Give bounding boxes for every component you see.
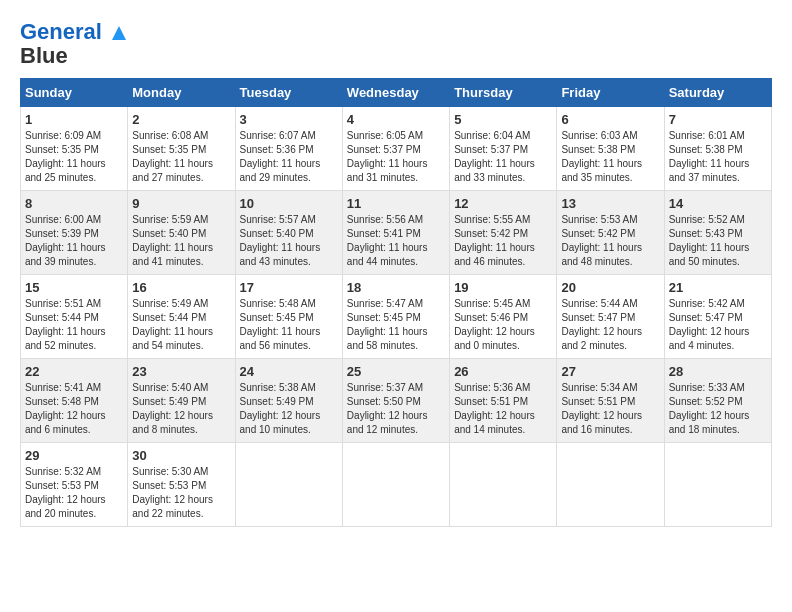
day-info: Sunrise: 5:55 AM Sunset: 5:42 PM Dayligh…	[454, 213, 552, 269]
day-number: 6	[561, 112, 659, 127]
day-info: Sunrise: 5:53 AM Sunset: 5:42 PM Dayligh…	[561, 213, 659, 269]
calendar-day-cell: 5Sunrise: 6:04 AM Sunset: 5:37 PM Daylig…	[450, 107, 557, 191]
day-info: Sunrise: 5:45 AM Sunset: 5:46 PM Dayligh…	[454, 297, 552, 353]
day-info: Sunrise: 6:08 AM Sunset: 5:35 PM Dayligh…	[132, 129, 230, 185]
day-number: 30	[132, 448, 230, 463]
calendar-day-cell: 17Sunrise: 5:48 AM Sunset: 5:45 PM Dayli…	[235, 275, 342, 359]
day-number: 17	[240, 280, 338, 295]
calendar-day-cell: 12Sunrise: 5:55 AM Sunset: 5:42 PM Dayli…	[450, 191, 557, 275]
day-info: Sunrise: 5:48 AM Sunset: 5:45 PM Dayligh…	[240, 297, 338, 353]
day-number: 22	[25, 364, 123, 379]
day-number: 21	[669, 280, 767, 295]
weekday-header-wednesday: Wednesday	[342, 79, 449, 107]
day-number: 5	[454, 112, 552, 127]
calendar-day-cell: 26Sunrise: 5:36 AM Sunset: 5:51 PM Dayli…	[450, 359, 557, 443]
calendar-empty-cell	[450, 443, 557, 527]
calendar-header-row: SundayMondayTuesdayWednesdayThursdayFrid…	[21, 79, 772, 107]
day-info: Sunrise: 5:44 AM Sunset: 5:47 PM Dayligh…	[561, 297, 659, 353]
weekday-header-tuesday: Tuesday	[235, 79, 342, 107]
calendar-empty-cell	[342, 443, 449, 527]
calendar-day-cell: 13Sunrise: 5:53 AM Sunset: 5:42 PM Dayli…	[557, 191, 664, 275]
calendar-week-row: 29Sunrise: 5:32 AM Sunset: 5:53 PM Dayli…	[21, 443, 772, 527]
day-number: 18	[347, 280, 445, 295]
weekday-header-monday: Monday	[128, 79, 235, 107]
calendar-day-cell: 8Sunrise: 6:00 AM Sunset: 5:39 PM Daylig…	[21, 191, 128, 275]
day-info: Sunrise: 5:51 AM Sunset: 5:44 PM Dayligh…	[25, 297, 123, 353]
day-number: 13	[561, 196, 659, 211]
calendar-empty-cell	[557, 443, 664, 527]
day-number: 26	[454, 364, 552, 379]
day-number: 28	[669, 364, 767, 379]
weekday-header-friday: Friday	[557, 79, 664, 107]
logo-text-blue: Blue	[20, 44, 68, 68]
calendar-empty-cell	[235, 443, 342, 527]
calendar-week-row: 15Sunrise: 5:51 AM Sunset: 5:44 PM Dayli…	[21, 275, 772, 359]
calendar-week-row: 22Sunrise: 5:41 AM Sunset: 5:48 PM Dayli…	[21, 359, 772, 443]
day-info: Sunrise: 5:42 AM Sunset: 5:47 PM Dayligh…	[669, 297, 767, 353]
day-number: 23	[132, 364, 230, 379]
day-number: 11	[347, 196, 445, 211]
calendar-day-cell: 21Sunrise: 5:42 AM Sunset: 5:47 PM Dayli…	[664, 275, 771, 359]
calendar-day-cell: 16Sunrise: 5:49 AM Sunset: 5:44 PM Dayli…	[128, 275, 235, 359]
day-number: 3	[240, 112, 338, 127]
logo-arrow-icon	[110, 24, 128, 42]
calendar-empty-cell	[664, 443, 771, 527]
calendar-day-cell: 3Sunrise: 6:07 AM Sunset: 5:36 PM Daylig…	[235, 107, 342, 191]
calendar-day-cell: 15Sunrise: 5:51 AM Sunset: 5:44 PM Dayli…	[21, 275, 128, 359]
day-number: 7	[669, 112, 767, 127]
calendar-table: SundayMondayTuesdayWednesdayThursdayFrid…	[20, 78, 772, 527]
calendar-week-row: 1Sunrise: 6:09 AM Sunset: 5:35 PM Daylig…	[21, 107, 772, 191]
day-info: Sunrise: 6:00 AM Sunset: 5:39 PM Dayligh…	[25, 213, 123, 269]
calendar-day-cell: 28Sunrise: 5:33 AM Sunset: 5:52 PM Dayli…	[664, 359, 771, 443]
day-info: Sunrise: 5:32 AM Sunset: 5:53 PM Dayligh…	[25, 465, 123, 521]
day-number: 24	[240, 364, 338, 379]
day-info: Sunrise: 5:34 AM Sunset: 5:51 PM Dayligh…	[561, 381, 659, 437]
calendar-day-cell: 9Sunrise: 5:59 AM Sunset: 5:40 PM Daylig…	[128, 191, 235, 275]
calendar-day-cell: 20Sunrise: 5:44 AM Sunset: 5:47 PM Dayli…	[557, 275, 664, 359]
day-number: 1	[25, 112, 123, 127]
calendar-day-cell: 27Sunrise: 5:34 AM Sunset: 5:51 PM Dayli…	[557, 359, 664, 443]
day-info: Sunrise: 5:36 AM Sunset: 5:51 PM Dayligh…	[454, 381, 552, 437]
day-info: Sunrise: 5:30 AM Sunset: 5:53 PM Dayligh…	[132, 465, 230, 521]
day-info: Sunrise: 5:37 AM Sunset: 5:50 PM Dayligh…	[347, 381, 445, 437]
day-number: 2	[132, 112, 230, 127]
day-number: 25	[347, 364, 445, 379]
day-info: Sunrise: 5:33 AM Sunset: 5:52 PM Dayligh…	[669, 381, 767, 437]
day-info: Sunrise: 5:57 AM Sunset: 5:40 PM Dayligh…	[240, 213, 338, 269]
calendar-day-cell: 30Sunrise: 5:30 AM Sunset: 5:53 PM Dayli…	[128, 443, 235, 527]
day-number: 8	[25, 196, 123, 211]
calendar-day-cell: 19Sunrise: 5:45 AM Sunset: 5:46 PM Dayli…	[450, 275, 557, 359]
calendar-day-cell: 23Sunrise: 5:40 AM Sunset: 5:49 PM Dayli…	[128, 359, 235, 443]
day-info: Sunrise: 6:07 AM Sunset: 5:36 PM Dayligh…	[240, 129, 338, 185]
day-number: 16	[132, 280, 230, 295]
day-info: Sunrise: 6:09 AM Sunset: 5:35 PM Dayligh…	[25, 129, 123, 185]
day-info: Sunrise: 5:59 AM Sunset: 5:40 PM Dayligh…	[132, 213, 230, 269]
calendar-day-cell: 29Sunrise: 5:32 AM Sunset: 5:53 PM Dayli…	[21, 443, 128, 527]
calendar-day-cell: 18Sunrise: 5:47 AM Sunset: 5:45 PM Dayli…	[342, 275, 449, 359]
day-info: Sunrise: 5:40 AM Sunset: 5:49 PM Dayligh…	[132, 381, 230, 437]
weekday-header-sunday: Sunday	[21, 79, 128, 107]
calendar-week-row: 8Sunrise: 6:00 AM Sunset: 5:39 PM Daylig…	[21, 191, 772, 275]
calendar-day-cell: 6Sunrise: 6:03 AM Sunset: 5:38 PM Daylig…	[557, 107, 664, 191]
calendar-day-cell: 24Sunrise: 5:38 AM Sunset: 5:49 PM Dayli…	[235, 359, 342, 443]
day-info: Sunrise: 5:38 AM Sunset: 5:49 PM Dayligh…	[240, 381, 338, 437]
calendar-day-cell: 10Sunrise: 5:57 AM Sunset: 5:40 PM Dayli…	[235, 191, 342, 275]
day-number: 9	[132, 196, 230, 211]
day-number: 12	[454, 196, 552, 211]
header: General Blue	[20, 20, 772, 68]
weekday-header-saturday: Saturday	[664, 79, 771, 107]
calendar-day-cell: 22Sunrise: 5:41 AM Sunset: 5:48 PM Dayli…	[21, 359, 128, 443]
svg-marker-0	[112, 26, 126, 40]
day-number: 29	[25, 448, 123, 463]
day-number: 4	[347, 112, 445, 127]
day-info: Sunrise: 6:04 AM Sunset: 5:37 PM Dayligh…	[454, 129, 552, 185]
day-info: Sunrise: 6:01 AM Sunset: 5:38 PM Dayligh…	[669, 129, 767, 185]
day-info: Sunrise: 5:56 AM Sunset: 5:41 PM Dayligh…	[347, 213, 445, 269]
day-number: 14	[669, 196, 767, 211]
day-info: Sunrise: 6:03 AM Sunset: 5:38 PM Dayligh…	[561, 129, 659, 185]
day-number: 20	[561, 280, 659, 295]
day-number: 10	[240, 196, 338, 211]
calendar-day-cell: 1Sunrise: 6:09 AM Sunset: 5:35 PM Daylig…	[21, 107, 128, 191]
day-info: Sunrise: 5:47 AM Sunset: 5:45 PM Dayligh…	[347, 297, 445, 353]
calendar-day-cell: 7Sunrise: 6:01 AM Sunset: 5:38 PM Daylig…	[664, 107, 771, 191]
